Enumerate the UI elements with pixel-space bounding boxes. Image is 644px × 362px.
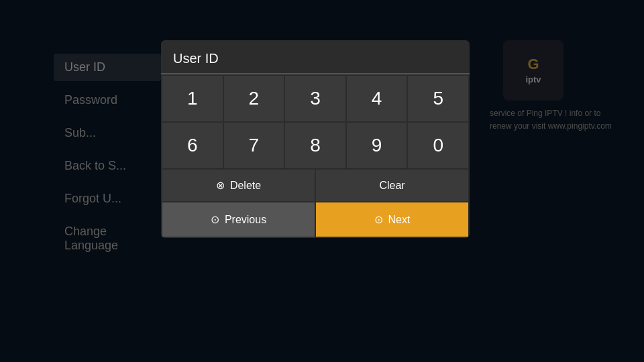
prev-icon: ⊙ [211, 213, 219, 226]
next-button[interactable]: ⊙ Next [316, 202, 468, 237]
num-btn-5[interactable]: 5 [408, 76, 468, 121]
clear-label: Clear [379, 180, 405, 192]
next-label: Next [388, 214, 411, 226]
num-btn-6[interactable]: 6 [162, 123, 223, 168]
num-btn-4[interactable]: 4 [347, 76, 407, 121]
next-icon: ⊙ [374, 213, 383, 226]
delete-icon: ⊗ [216, 179, 225, 192]
modal-title: User ID [173, 51, 219, 66]
previous-button[interactable]: ⊙ Previous [162, 202, 315, 237]
delete-button[interactable]: ⊗ Delete [162, 170, 315, 201]
num-btn-2[interactable]: 2 [224, 76, 284, 121]
num-btn-1[interactable]: 1 [162, 76, 223, 121]
num-btn-9[interactable]: 9 [347, 123, 407, 168]
modal-dialog: User ID 1 2 3 4 5 6 7 8 9 0 ⊗ Delete Cle… [161, 40, 470, 238]
nav-row: ⊙ Previous ⊙ Next [161, 202, 470, 238]
previous-label: Previous [225, 214, 266, 226]
num-btn-3[interactable]: 3 [285, 76, 345, 121]
num-btn-7[interactable]: 7 [224, 123, 284, 168]
numpad-grid: 1 2 3 4 5 6 7 8 9 0 [161, 74, 470, 170]
clear-button[interactable]: Clear [316, 170, 468, 201]
num-btn-0[interactable]: 0 [408, 123, 468, 168]
num-btn-8[interactable]: 8 [285, 123, 345, 168]
delete-label: Delete [230, 180, 261, 192]
action-row: ⊗ Delete Clear [161, 170, 470, 202]
modal-header: User ID [161, 40, 470, 74]
